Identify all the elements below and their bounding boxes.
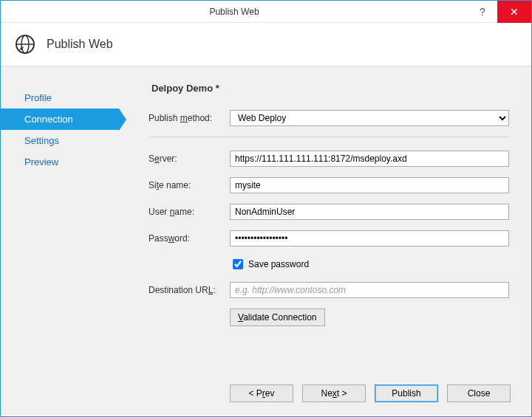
sidebar-item-label: Profile xyxy=(24,92,52,103)
sidebar-item-label: Preview xyxy=(24,156,58,168)
next-button[interactable]: Next > xyxy=(302,385,366,402)
publish-method-select[interactable]: Web Deploy xyxy=(230,110,509,126)
sidebar-item-connection[interactable]: Connection xyxy=(1,108,119,130)
prev-button[interactable]: < Prev xyxy=(230,385,293,402)
save-password-label: Save password xyxy=(248,259,309,269)
destination-url-label: Destination URL: xyxy=(149,285,230,295)
server-label: Server: xyxy=(149,154,230,164)
validate-connection-button[interactable]: Validate Connection xyxy=(230,309,325,326)
globe-publish-icon xyxy=(14,33,36,55)
sidebar-item-settings[interactable]: Settings xyxy=(1,130,119,151)
password-label: Password: xyxy=(149,233,230,244)
password-input[interactable] xyxy=(230,230,509,247)
close-button[interactable]: Close xyxy=(447,385,511,402)
dialog-title: Publish Web xyxy=(47,38,113,51)
site-name-label: Site name: xyxy=(149,180,230,190)
site-name-input[interactable] xyxy=(230,177,509,193)
server-input[interactable] xyxy=(230,151,509,167)
content-area: Profile Connection Settings Preview Delp… xyxy=(1,66,531,416)
destination-url-input[interactable] xyxy=(230,282,509,298)
save-password-checkbox[interactable] xyxy=(233,259,243,269)
user-name-label: User name: xyxy=(149,207,230,217)
profile-name: Delpoy Demo * xyxy=(151,83,509,94)
wizard-steps: Profile Connection Settings Preview xyxy=(1,66,119,416)
connection-form: Delpoy Demo * Publish method: Web Deploy… xyxy=(119,66,531,416)
publish-button[interactable]: Publish xyxy=(375,385,438,402)
user-name-input[interactable] xyxy=(230,204,509,220)
sidebar-item-preview[interactable]: Preview xyxy=(1,151,119,173)
sidebar-item-label: Settings xyxy=(24,135,59,146)
sidebar-item-label: Connection xyxy=(24,114,73,125)
publish-method-label: Publish method: xyxy=(149,113,230,123)
title-bar: Publish Web ? ✕ xyxy=(1,1,531,23)
sidebar-item-profile[interactable]: Profile xyxy=(1,87,119,108)
close-window-button[interactable]: ✕ xyxy=(497,1,531,23)
dialog-header: Publish Web xyxy=(1,23,531,66)
wizard-footer: < Prev Next > Publish Close xyxy=(230,385,511,402)
divider xyxy=(149,137,509,137)
help-button[interactable]: ? xyxy=(468,1,497,23)
window-title: Publish Web xyxy=(1,7,468,17)
